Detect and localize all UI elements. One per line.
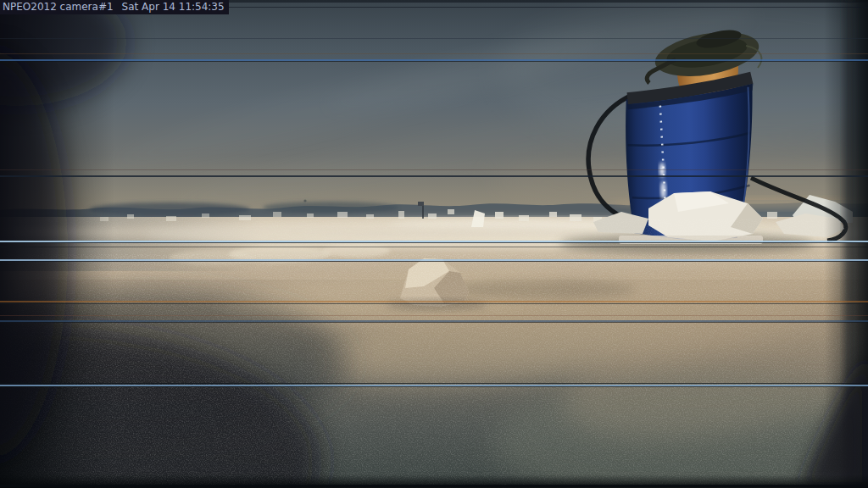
webcam-photo	[0, 0, 868, 488]
webcam-viewer: NPEO2012 camera#1Sat Apr 14 11:54:35	[0, 0, 868, 488]
osd-overlay: NPEO2012 camera#1Sat Apr 14 11:54:35	[0, 0, 229, 14]
left-vignette	[0, 0, 127, 488]
grain-overlay	[0, 219, 868, 488]
osd-timestamp: Sat Apr 14 11:54:35	[122, 1, 225, 13]
distant-speck	[303, 199, 306, 202]
bottom-shadow	[0, 474, 868, 488]
osd-station-label: NPEO2012 camera#1	[3, 1, 114, 13]
